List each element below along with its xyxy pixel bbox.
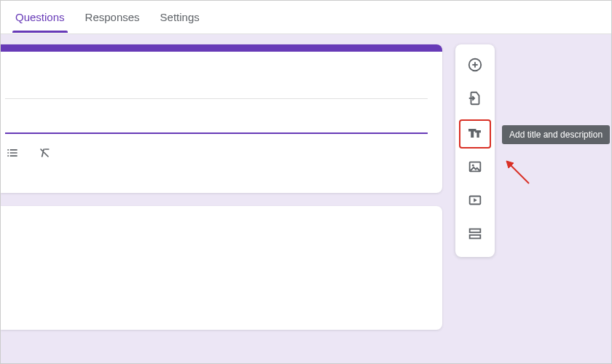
import-questions-button[interactable] bbox=[461, 86, 489, 114]
tab-responses[interactable]: Responses bbox=[85, 11, 140, 32]
svg-point-6 bbox=[472, 165, 474, 167]
add-question-button[interactable] bbox=[461, 52, 489, 80]
add-video-button[interactable] bbox=[461, 188, 489, 215]
add-image-button[interactable] bbox=[461, 154, 489, 182]
annotation-arrow bbox=[503, 158, 533, 187]
svg-rect-9 bbox=[470, 235, 481, 239]
tab-questions[interactable]: Questions bbox=[15, 11, 65, 32]
form-title-input-line[interactable] bbox=[5, 98, 428, 99]
section-icon bbox=[467, 226, 483, 245]
question-card[interactable] bbox=[1, 206, 442, 330]
image-icon bbox=[467, 159, 483, 178]
svg-line-10 bbox=[509, 164, 529, 183]
list-icon[interactable] bbox=[5, 146, 20, 163]
form-tabs: Questions Responses Settings bbox=[1, 1, 611, 34]
side-toolbar: TT bbox=[455, 44, 495, 257]
text-format-toolbar bbox=[5, 146, 428, 163]
video-icon bbox=[467, 192, 483, 211]
import-file-icon bbox=[467, 90, 483, 109]
plus-circle-icon bbox=[467, 57, 483, 76]
svg-text:T: T bbox=[469, 127, 476, 139]
form-header-card[interactable] bbox=[1, 44, 442, 193]
tooltip-add-title: Add title and description bbox=[502, 125, 610, 144]
add-section-button[interactable] bbox=[461, 221, 489, 249]
title-text-icon: TT bbox=[467, 124, 483, 143]
form-description-input-line[interactable] bbox=[5, 132, 428, 134]
svg-rect-8 bbox=[470, 229, 481, 233]
svg-text:T: T bbox=[476, 130, 481, 138]
tab-settings[interactable]: Settings bbox=[160, 11, 200, 32]
clear-formatting-icon[interactable] bbox=[37, 146, 52, 163]
add-title-description-button[interactable]: TT bbox=[459, 119, 491, 149]
form-canvas: TT Add title and description bbox=[1, 34, 611, 363]
